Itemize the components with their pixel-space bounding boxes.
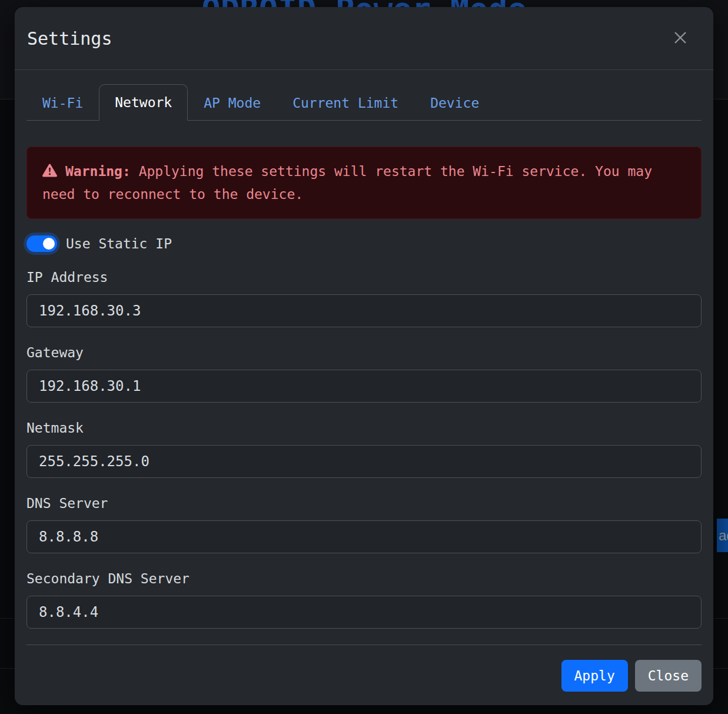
netmask-input[interactable] bbox=[26, 445, 702, 478]
field-group-netmask: Netmask bbox=[26, 420, 702, 478]
close-button[interactable]: Close bbox=[635, 660, 702, 692]
dialog-footer: Apply Close bbox=[26, 660, 702, 692]
static-ip-row: Use Static IP bbox=[26, 235, 702, 252]
dialog-body: Wi-FiNetworkAP ModeCurrent LimitDevice W… bbox=[15, 70, 713, 692]
apply-button[interactable]: Apply bbox=[561, 660, 628, 692]
dialog-close-button[interactable] bbox=[669, 26, 692, 50]
use-static-ip-label: Use Static IP bbox=[66, 236, 172, 251]
warning-title: Warning: bbox=[65, 164, 131, 179]
warning-banner: Warning: Applying these settings will re… bbox=[26, 147, 702, 219]
dns-server-input[interactable] bbox=[26, 520, 702, 553]
tab-bar: Wi-FiNetworkAP ModeCurrent LimitDevice bbox=[26, 84, 702, 121]
gateway-input[interactable] bbox=[26, 370, 702, 403]
close-icon bbox=[672, 29, 689, 48]
footer-divider bbox=[26, 645, 702, 645]
dialog-header: Settings bbox=[15, 7, 713, 70]
field-group-gateway: Gateway bbox=[26, 345, 702, 403]
warning-triangle-icon bbox=[42, 162, 57, 184]
warning-text: Applying these settings will restart the… bbox=[42, 164, 652, 202]
field-group-ip-address: IP Address bbox=[26, 270, 702, 327]
secondary-dns-server-input[interactable] bbox=[26, 596, 702, 629]
tab-wi-fi[interactable]: Wi-Fi bbox=[26, 84, 99, 121]
field-label-ip-address: IP Address bbox=[26, 270, 702, 285]
tab-network[interactable]: Network bbox=[99, 84, 188, 121]
toggle-knob bbox=[43, 238, 55, 250]
tab-ap-mode[interactable]: AP Mode bbox=[188, 84, 277, 121]
ip-address-input[interactable] bbox=[26, 294, 702, 327]
field-label-dns-server: DNS Server bbox=[26, 496, 702, 511]
settings-dialog: Settings Wi-FiNetworkAP ModeCurrent Limi… bbox=[15, 7, 713, 705]
field-label-netmask: Netmask bbox=[26, 420, 702, 436]
network-form: IP AddressGatewayNetmaskDNS ServerSecond… bbox=[26, 270, 702, 629]
field-label-gateway: Gateway bbox=[26, 345, 702, 360]
field-label-secondary-dns-server: Secondary DNS Server bbox=[26, 571, 702, 586]
tab-device[interactable]: Device bbox=[414, 84, 495, 121]
use-static-ip-toggle[interactable] bbox=[26, 235, 57, 252]
field-group-dns-server: DNS Server bbox=[26, 496, 702, 553]
field-group-secondary-dns-server: Secondary DNS Server bbox=[26, 571, 702, 629]
dialog-title: Settings bbox=[26, 28, 112, 49]
background-partial-button[interactable]: ad bbox=[717, 519, 728, 552]
tab-current-limit[interactable]: Current Limit bbox=[277, 84, 414, 121]
